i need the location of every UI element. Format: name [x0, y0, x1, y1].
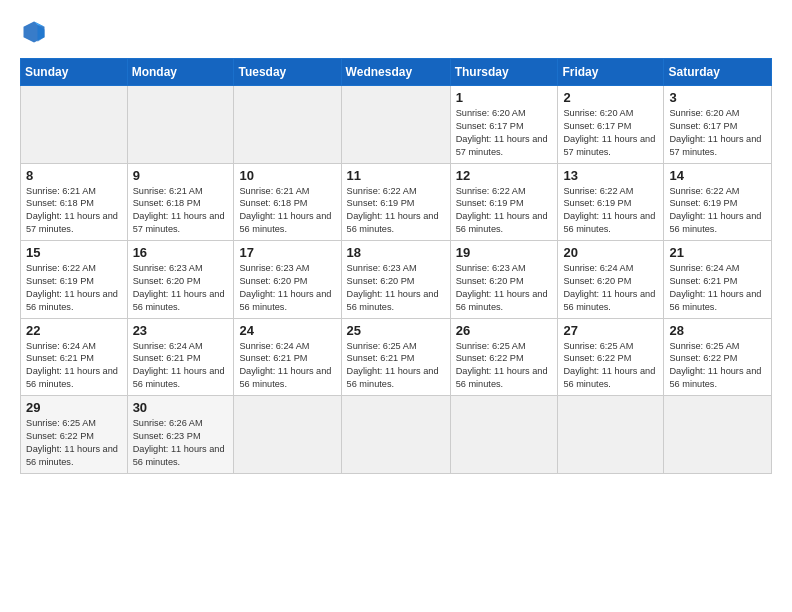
- calendar-cell: 24Sunrise: 6:24 AMSunset: 6:21 PMDayligh…: [234, 318, 341, 396]
- day-number: 3: [669, 90, 766, 105]
- day-number: 11: [347, 168, 445, 183]
- day-info: Sunrise: 6:24 AMSunset: 6:20 PMDaylight:…: [563, 262, 658, 314]
- calendar-cell: [341, 396, 450, 474]
- calendar-cell: 8Sunrise: 6:21 AMSunset: 6:18 PMDaylight…: [21, 163, 128, 241]
- calendar-cell: [234, 396, 341, 474]
- day-number: 29: [26, 400, 122, 415]
- calendar-cell: 19Sunrise: 6:23 AMSunset: 6:20 PMDayligh…: [450, 241, 558, 319]
- calendar-cell: 14Sunrise: 6:22 AMSunset: 6:19 PMDayligh…: [664, 163, 772, 241]
- weekday-header-tuesday: Tuesday: [234, 59, 341, 86]
- calendar-cell: 12Sunrise: 6:22 AMSunset: 6:19 PMDayligh…: [450, 163, 558, 241]
- calendar-cell: 2Sunrise: 6:20 AMSunset: 6:17 PMDaylight…: [558, 86, 664, 164]
- calendar-cell: 11Sunrise: 6:22 AMSunset: 6:19 PMDayligh…: [341, 163, 450, 241]
- weekday-header-thursday: Thursday: [450, 59, 558, 86]
- day-info: Sunrise: 6:24 AMSunset: 6:21 PMDaylight:…: [133, 340, 229, 392]
- day-number: 24: [239, 323, 335, 338]
- day-number: 1: [456, 90, 553, 105]
- page: SundayMondayTuesdayWednesdayThursdayFrid…: [0, 0, 792, 612]
- day-number: 25: [347, 323, 445, 338]
- day-info: Sunrise: 6:25 AMSunset: 6:22 PMDaylight:…: [26, 417, 122, 469]
- week-row-2: 15Sunrise: 6:22 AMSunset: 6:19 PMDayligh…: [21, 241, 772, 319]
- day-number: 28: [669, 323, 766, 338]
- logo: [20, 18, 52, 46]
- week-row-1: 8Sunrise: 6:21 AMSunset: 6:18 PMDaylight…: [21, 163, 772, 241]
- calendar-cell: 22Sunrise: 6:24 AMSunset: 6:21 PMDayligh…: [21, 318, 128, 396]
- calendar-cell: 28Sunrise: 6:25 AMSunset: 6:22 PMDayligh…: [664, 318, 772, 396]
- calendar-cell: [341, 86, 450, 164]
- calendar-cell: 15Sunrise: 6:22 AMSunset: 6:19 PMDayligh…: [21, 241, 128, 319]
- calendar-cell: 27Sunrise: 6:25 AMSunset: 6:22 PMDayligh…: [558, 318, 664, 396]
- calendar-cell: 30Sunrise: 6:26 AMSunset: 6:23 PMDayligh…: [127, 396, 234, 474]
- day-number: 9: [133, 168, 229, 183]
- calendar-cell: 10Sunrise: 6:21 AMSunset: 6:18 PMDayligh…: [234, 163, 341, 241]
- day-info: Sunrise: 6:24 AMSunset: 6:21 PMDaylight:…: [239, 340, 335, 392]
- day-info: Sunrise: 6:26 AMSunset: 6:23 PMDaylight:…: [133, 417, 229, 469]
- weekday-header-saturday: Saturday: [664, 59, 772, 86]
- weekday-header-monday: Monday: [127, 59, 234, 86]
- day-number: 23: [133, 323, 229, 338]
- calendar-cell: [234, 86, 341, 164]
- day-info: Sunrise: 6:23 AMSunset: 6:20 PMDaylight:…: [456, 262, 553, 314]
- day-info: Sunrise: 6:23 AMSunset: 6:20 PMDaylight:…: [239, 262, 335, 314]
- calendar-cell: [21, 86, 128, 164]
- calendar-cell: 25Sunrise: 6:25 AMSunset: 6:21 PMDayligh…: [341, 318, 450, 396]
- calendar-cell: 9Sunrise: 6:21 AMSunset: 6:18 PMDaylight…: [127, 163, 234, 241]
- day-info: Sunrise: 6:22 AMSunset: 6:19 PMDaylight:…: [347, 185, 445, 237]
- day-number: 19: [456, 245, 553, 260]
- day-info: Sunrise: 6:20 AMSunset: 6:17 PMDaylight:…: [456, 107, 553, 159]
- week-row-0: 1Sunrise: 6:20 AMSunset: 6:17 PMDaylight…: [21, 86, 772, 164]
- day-info: Sunrise: 6:22 AMSunset: 6:19 PMDaylight:…: [563, 185, 658, 237]
- calendar-cell: 23Sunrise: 6:24 AMSunset: 6:21 PMDayligh…: [127, 318, 234, 396]
- day-info: Sunrise: 6:24 AMSunset: 6:21 PMDaylight:…: [26, 340, 122, 392]
- day-info: Sunrise: 6:23 AMSunset: 6:20 PMDaylight:…: [347, 262, 445, 314]
- weekday-header-friday: Friday: [558, 59, 664, 86]
- day-info: Sunrise: 6:22 AMSunset: 6:19 PMDaylight:…: [26, 262, 122, 314]
- week-row-3: 22Sunrise: 6:24 AMSunset: 6:21 PMDayligh…: [21, 318, 772, 396]
- day-info: Sunrise: 6:25 AMSunset: 6:22 PMDaylight:…: [563, 340, 658, 392]
- day-info: Sunrise: 6:21 AMSunset: 6:18 PMDaylight:…: [26, 185, 122, 237]
- weekday-header-row: SundayMondayTuesdayWednesdayThursdayFrid…: [21, 59, 772, 86]
- day-number: 10: [239, 168, 335, 183]
- day-number: 22: [26, 323, 122, 338]
- day-number: 21: [669, 245, 766, 260]
- calendar-cell: 18Sunrise: 6:23 AMSunset: 6:20 PMDayligh…: [341, 241, 450, 319]
- day-number: 18: [347, 245, 445, 260]
- day-info: Sunrise: 6:20 AMSunset: 6:17 PMDaylight:…: [669, 107, 766, 159]
- calendar-cell: 16Sunrise: 6:23 AMSunset: 6:20 PMDayligh…: [127, 241, 234, 319]
- calendar-cell: [127, 86, 234, 164]
- calendar-cell: [558, 396, 664, 474]
- calendar-cell: 29Sunrise: 6:25 AMSunset: 6:22 PMDayligh…: [21, 396, 128, 474]
- calendar-cell: 20Sunrise: 6:24 AMSunset: 6:20 PMDayligh…: [558, 241, 664, 319]
- day-number: 12: [456, 168, 553, 183]
- day-number: 17: [239, 245, 335, 260]
- day-info: Sunrise: 6:21 AMSunset: 6:18 PMDaylight:…: [133, 185, 229, 237]
- day-number: 15: [26, 245, 122, 260]
- logo-icon: [20, 18, 48, 46]
- day-number: 2: [563, 90, 658, 105]
- day-info: Sunrise: 6:22 AMSunset: 6:19 PMDaylight:…: [669, 185, 766, 237]
- day-number: 8: [26, 168, 122, 183]
- day-number: 16: [133, 245, 229, 260]
- day-info: Sunrise: 6:23 AMSunset: 6:20 PMDaylight:…: [133, 262, 229, 314]
- calendar-cell: [664, 396, 772, 474]
- calendar-table: SundayMondayTuesdayWednesdayThursdayFrid…: [20, 58, 772, 474]
- day-info: Sunrise: 6:25 AMSunset: 6:21 PMDaylight:…: [347, 340, 445, 392]
- day-info: Sunrise: 6:24 AMSunset: 6:21 PMDaylight:…: [669, 262, 766, 314]
- weekday-header-sunday: Sunday: [21, 59, 128, 86]
- header: [20, 18, 772, 46]
- day-number: 27: [563, 323, 658, 338]
- day-number: 30: [133, 400, 229, 415]
- day-number: 14: [669, 168, 766, 183]
- calendar-cell: 3Sunrise: 6:20 AMSunset: 6:17 PMDaylight…: [664, 86, 772, 164]
- calendar-cell: [450, 396, 558, 474]
- calendar-cell: 21Sunrise: 6:24 AMSunset: 6:21 PMDayligh…: [664, 241, 772, 319]
- calendar-cell: 26Sunrise: 6:25 AMSunset: 6:22 PMDayligh…: [450, 318, 558, 396]
- weekday-header-wednesday: Wednesday: [341, 59, 450, 86]
- week-row-4: 29Sunrise: 6:25 AMSunset: 6:22 PMDayligh…: [21, 396, 772, 474]
- day-number: 13: [563, 168, 658, 183]
- day-info: Sunrise: 6:21 AMSunset: 6:18 PMDaylight:…: [239, 185, 335, 237]
- day-info: Sunrise: 6:22 AMSunset: 6:19 PMDaylight:…: [456, 185, 553, 237]
- calendar-cell: 17Sunrise: 6:23 AMSunset: 6:20 PMDayligh…: [234, 241, 341, 319]
- day-number: 26: [456, 323, 553, 338]
- day-info: Sunrise: 6:25 AMSunset: 6:22 PMDaylight:…: [669, 340, 766, 392]
